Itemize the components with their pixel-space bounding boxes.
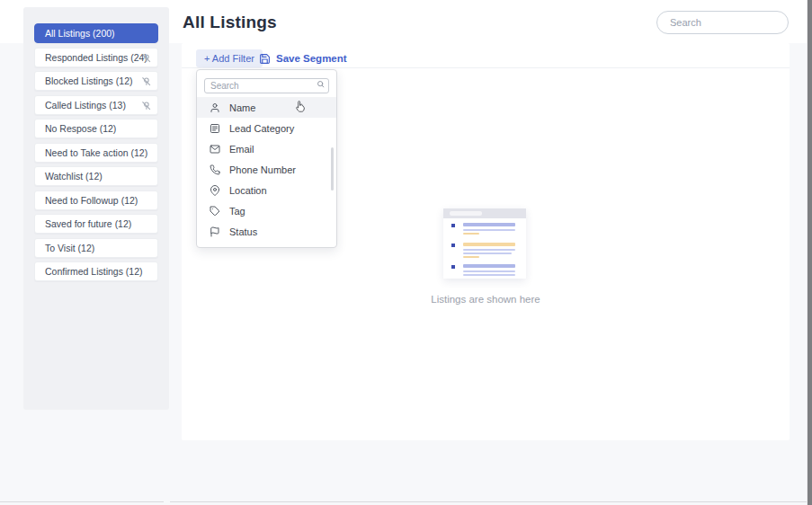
illustration-line	[463, 252, 512, 254]
filter-option-label: Tag	[229, 206, 245, 217]
window-scrollbar[interactable]	[807, 0, 812, 505]
filter-option-email[interactable]: Email	[197, 138, 336, 159]
sidebar-item-label: Need to Take action (12)	[45, 147, 147, 158]
dropdown-search-wrap	[204, 76, 329, 93]
sidebar-item-label: All Listings (200)	[45, 28, 115, 39]
bottom-divider-right	[170, 501, 807, 502]
pin-off-icon[interactable]	[141, 76, 151, 86]
empty-state-caption: Listings are shown here	[431, 294, 540, 305]
illustration-bullet	[451, 265, 455, 269]
sidebar-item-confirmed-listings[interactable]: Confirmed Listings (12)	[34, 261, 158, 281]
illustration-line	[463, 243, 515, 246]
illustration-header-bar	[443, 208, 526, 218]
filter-option-tag[interactable]: Tag	[197, 200, 336, 221]
illustration-line	[463, 274, 515, 276]
filter-option-phone-number[interactable]: Phone Number	[197, 159, 336, 180]
sidebar-item-no-respose[interactable]: No Respose (12)	[34, 119, 158, 138]
save-icon	[259, 53, 271, 65]
filter-search-input[interactable]	[204, 78, 329, 93]
illustration-line	[463, 229, 515, 231]
dropdown-scrollbar[interactable]	[331, 147, 335, 190]
sidebar-item-label: Called Listings (13)	[45, 100, 126, 111]
sidebar-item-label: Watchlist (12)	[45, 171, 103, 182]
sidebar-item-saved-for-future[interactable]: Saved for future (12)	[34, 214, 158, 234]
sidebar-item-label: Responded Listings (24)	[45, 52, 147, 63]
email-icon	[210, 144, 220, 155]
sidebar-item-all-listings[interactable]: All Listings (200)	[34, 23, 158, 43]
filter-option-location[interactable]: Location	[197, 180, 336, 200]
sidebar-item-called-listings[interactable]: Called Listings (13)	[34, 95, 158, 115]
filter-option-label: Name	[229, 102, 255, 113]
sidebar-item-need-to-followup[interactable]: Need to Followup (12)	[34, 190, 158, 210]
illustration-bullet	[451, 224, 455, 227]
filter-option-label: Status	[229, 226, 257, 237]
sidebar-item-responded-listings[interactable]: Responded Listings (24)	[34, 48, 158, 67]
empty-state-illustration	[443, 208, 526, 279]
search-icon	[317, 80, 325, 88]
lead-category-icon	[210, 123, 220, 134]
illustration-line	[463, 270, 515, 272]
toolbar: + Add Filter Save Segment	[182, 43, 790, 68]
global-search-input[interactable]	[656, 11, 789, 34]
illustration-line	[463, 264, 515, 268]
sidebar-item-label: To Visit (12)	[45, 243, 94, 253]
page-title: All Listings	[183, 13, 277, 32]
sidebar-item-to-visit[interactable]: To Visit (12)	[34, 238, 158, 258]
user-icon	[210, 102, 220, 113]
sidebar-item-need-to-take-action[interactable]: Need to Take action (12)	[34, 143, 158, 163]
bottom-divider-left	[0, 501, 164, 502]
filter-option-status[interactable]: Status	[197, 221, 336, 242]
illustration-line	[463, 233, 479, 235]
pin-off-icon[interactable]	[141, 53, 151, 63]
filter-option-label: Email	[229, 144, 254, 155]
sidebar: All Listings (200) Responded Listings (2…	[23, 7, 169, 410]
illustration-header-pill	[450, 211, 482, 216]
filter-option-label: Location	[229, 185, 267, 196]
tag-icon	[210, 206, 220, 217]
illustration-line	[463, 249, 515, 251]
save-segment-button[interactable]: Save Segment	[259, 49, 347, 67]
sidebar-item-label: Confirmed Listings (12)	[45, 266, 143, 277]
location-pin-icon	[210, 185, 220, 196]
sidebar-item-watchlist[interactable]: Watchlist (12)	[34, 166, 158, 186]
sidebar-item-label: No Respose (12)	[45, 123, 116, 134]
illustration-line	[463, 223, 515, 226]
sidebar-item-blocked-listings[interactable]: Blocked Listings (12)	[34, 71, 158, 91]
illustration-bullet	[451, 244, 455, 247]
sidebar-item-label: Need to Followup (12)	[45, 195, 138, 206]
filter-option-lead-category[interactable]: Lead Category	[197, 118, 336, 138]
illustration-line	[463, 256, 479, 258]
sidebar-item-label: Blocked Listings (12)	[45, 75, 132, 86]
filter-option-label: Lead Category	[229, 123, 294, 134]
pin-off-icon[interactable]	[141, 101, 151, 111]
add-filter-dropdown: Name Lead Category Email Phone Number Lo…	[196, 69, 337, 248]
flag-icon	[210, 226, 220, 237]
add-filter-button[interactable]: + Add Filter	[196, 49, 263, 67]
filter-option-label: Phone Number	[229, 164, 296, 175]
save-segment-label: Save Segment	[276, 53, 347, 64]
filter-option-name[interactable]: Name	[197, 97, 336, 118]
phone-icon	[210, 164, 220, 175]
sidebar-item-label: Saved for future (12)	[45, 218, 131, 229]
